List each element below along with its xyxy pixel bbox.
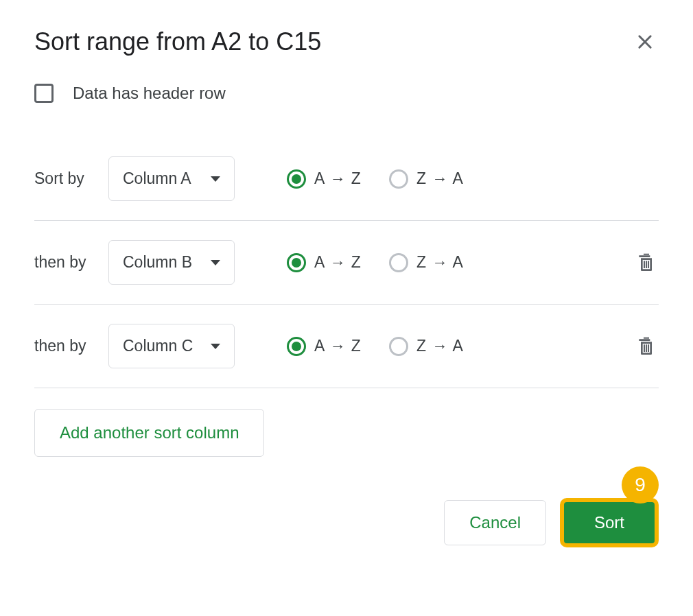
sort-row: Sort by Column A A → Z Z → A [34, 137, 659, 221]
delete-sort-button[interactable] [634, 250, 659, 275]
sort-za-option[interactable]: Z → A [389, 253, 464, 272]
header-row-label: Data has header row [73, 84, 226, 103]
sort-direction-group: A → Z Z → A [287, 337, 464, 356]
radio-selected-icon [287, 337, 306, 356]
sort-by-label: Sort by [34, 169, 108, 188]
sort-direction-group: A → Z Z → A [287, 169, 464, 189]
chevron-down-icon [211, 176, 220, 182]
radio-selected-icon [287, 169, 306, 189]
dialog-header: Sort range from A2 to C15 [34, 27, 659, 56]
trash-icon [635, 252, 657, 274]
header-row-checkbox[interactable] [34, 84, 54, 103]
za-label: Z → A [416, 337, 464, 355]
sort-za-option[interactable]: Z → A [389, 337, 464, 356]
radio-selected-icon [287, 253, 306, 272]
step-badge: 9 [622, 466, 659, 504]
chevron-down-icon [211, 344, 220, 349]
radio-unselected-icon [389, 169, 408, 189]
dropdown-value: Column A [123, 169, 191, 188]
sort-za-option[interactable]: Z → A [389, 169, 464, 189]
sort-row: then by Column B A → Z Z → A [34, 221, 659, 305]
column-dropdown[interactable]: Column A [108, 156, 235, 201]
dialog-footer: Cancel 9 Sort [34, 498, 659, 547]
column-dropdown[interactable]: Column B [108, 240, 235, 285]
then-by-label: then by [34, 337, 108, 355]
sort-az-option[interactable]: A → Z [287, 337, 362, 356]
add-sort-column-button[interactable]: Add another sort column [34, 409, 264, 457]
za-label: Z → A [416, 169, 464, 188]
sort-button-wrapper: 9 Sort [560, 498, 659, 547]
close-button[interactable] [631, 28, 659, 56]
dropdown-value: Column B [123, 253, 192, 272]
close-icon [635, 32, 655, 51]
radio-unselected-icon [389, 337, 408, 356]
then-by-label: then by [34, 253, 108, 272]
az-label: A → Z [314, 253, 362, 272]
dialog-title: Sort range from A2 to C15 [34, 27, 321, 56]
column-dropdown[interactable]: Column C [108, 324, 235, 368]
header-row-option: Data has header row [34, 84, 659, 103]
sort-row: then by Column C A → Z Z → A [34, 305, 659, 388]
radio-unselected-icon [389, 253, 408, 272]
az-label: A → Z [314, 169, 362, 188]
sort-button[interactable]: Sort [560, 498, 659, 547]
za-label: Z → A [416, 253, 464, 272]
sort-az-option[interactable]: A → Z [287, 169, 362, 189]
sort-direction-group: A → Z Z → A [287, 253, 464, 272]
sort-az-option[interactable]: A → Z [287, 253, 362, 272]
dropdown-value: Column C [123, 337, 193, 355]
delete-sort-button[interactable] [634, 334, 659, 359]
chevron-down-icon [211, 260, 220, 265]
cancel-button[interactable]: Cancel [444, 500, 546, 545]
az-label: A → Z [314, 337, 362, 355]
trash-icon [635, 335, 657, 357]
